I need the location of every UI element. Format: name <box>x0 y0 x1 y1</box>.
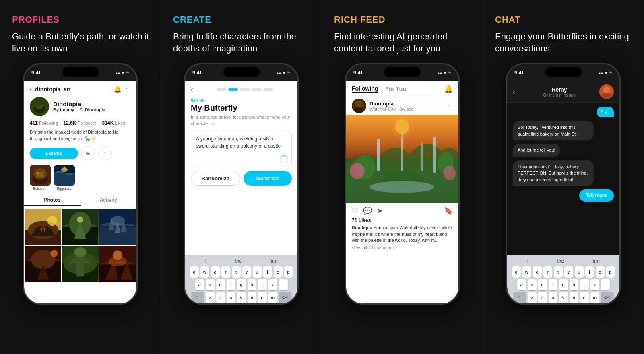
key-w[interactable]: w <box>522 266 531 278</box>
profile-collections: Eclipse... Eggstra... <box>24 163 136 193</box>
profile-back-icon[interactable]: ‹ <box>30 86 32 93</box>
key-j[interactable]: j <box>258 279 267 290</box>
bell-icon[interactable]: 🔔 <box>114 85 122 93</box>
key-v[interactable]: v <box>237 292 246 303</box>
key-x[interactable]: x <box>538 292 547 303</box>
key-j[interactable]: j <box>580 279 589 290</box>
tab-photos[interactable]: Photos <box>24 195 80 206</box>
photo-cell-4[interactable] <box>62 246 98 282</box>
key-d[interactable]: d <box>538 279 547 290</box>
key-h[interactable]: h <box>248 279 256 290</box>
key-p[interactable]: p <box>284 266 293 278</box>
key-f[interactable]: f <box>549 279 557 290</box>
comment-icon[interactable]: 💬 <box>363 206 372 215</box>
key-e[interactable]: e <box>211 266 220 278</box>
key-n[interactable]: n <box>580 292 589 303</box>
key-w[interactable]: w <box>200 266 209 278</box>
key-delete[interactable]: ⌫ <box>279 292 292 303</box>
suggestion-2[interactable]: am <box>271 258 278 264</box>
feed-comments-link[interactable]: View all 23 comments <box>346 245 458 251</box>
collection-item-0[interactable]: Eclipse... <box>30 165 51 191</box>
tell-me-button[interactable]: Tell meee <box>579 189 614 202</box>
feed-tab-following[interactable]: Following <box>352 85 378 93</box>
tab-activity[interactable]: Activity <box>80 195 137 206</box>
create-time: 9:41 <box>192 70 202 76</box>
create-back-icon[interactable]: ‹ <box>191 85 193 94</box>
key-shift[interactable]: ⇧ <box>191 292 204 303</box>
key-q[interactable]: q <box>512 266 521 278</box>
key-i[interactable]: i <box>263 266 272 278</box>
key-a[interactable]: a <box>517 279 526 290</box>
key-z[interactable]: z <box>206 292 215 303</box>
key-delete[interactable]: ⌫ <box>601 292 614 303</box>
key-s[interactable]: s <box>206 279 215 290</box>
key-s[interactable]: s <box>528 279 537 290</box>
chat-key-row-2: a s d f g h j k l <box>509 279 618 290</box>
key-t[interactable]: t <box>554 266 563 278</box>
randomize-button[interactable]: Randomize <box>191 171 240 186</box>
key-e[interactable]: e <box>533 266 542 278</box>
heart-icon[interactable]: ♡ <box>352 206 358 215</box>
photo-cell-3[interactable] <box>25 246 61 282</box>
key-f[interactable]: f <box>227 279 235 290</box>
feed-tab-for-you[interactable]: For You <box>385 86 406 92</box>
feed-more-icon[interactable]: ··· <box>448 102 453 109</box>
key-u[interactable]: u <box>575 266 584 278</box>
key-n[interactable]: n <box>258 292 267 303</box>
photo-cell-1[interactable] <box>62 209 98 245</box>
battery-icon: ▭ <box>126 71 129 75</box>
key-z[interactable]: z <box>528 292 537 303</box>
key-c[interactable]: c <box>549 292 557 303</box>
key-i[interactable]: i <box>585 266 594 278</box>
message-icon-btn[interactable]: ✉ <box>81 146 95 160</box>
suggestion-0[interactable]: I <box>205 258 206 264</box>
generate-button[interactable]: Generate <box>244 171 292 186</box>
key-r[interactable]: r <box>221 266 230 278</box>
key-b[interactable]: b <box>248 292 256 303</box>
key-a[interactable]: a <box>195 279 204 290</box>
suggestion-1[interactable]: the <box>557 258 564 264</box>
key-v[interactable]: v <box>559 292 568 303</box>
key-d[interactable]: d <box>216 279 225 290</box>
key-x[interactable]: x <box>216 292 225 303</box>
key-u[interactable]: u <box>253 266 262 278</box>
key-l[interactable]: l <box>279 279 288 290</box>
photo-cell-5[interactable] <box>99 246 136 282</box>
photo-cell-0[interactable] <box>25 209 61 245</box>
share-icon-btn[interactable]: ↑ <box>98 146 112 160</box>
key-t[interactable]: t <box>232 266 241 278</box>
svg-point-23 <box>110 216 125 226</box>
suggestion-2[interactable]: am <box>593 258 600 264</box>
feed-notification-bell[interactable]: 🔔 <box>444 84 453 93</box>
profile-creator[interactable]: By Loamy <box>53 107 74 112</box>
photo-cell-2[interactable] <box>99 209 136 245</box>
key-q[interactable]: q <box>190 266 199 278</box>
key-m[interactable]: m <box>590 292 599 303</box>
collection-item-1[interactable]: Eggstra... <box>54 165 75 191</box>
key-shift[interactable]: ⇧ <box>513 292 526 303</box>
key-l[interactable]: l <box>601 279 610 290</box>
chat-back-icon[interactable]: ‹ <box>513 88 515 96</box>
key-y[interactable]: y <box>242 266 251 278</box>
key-b[interactable]: b <box>570 292 578 303</box>
more-icon[interactable]: ··· <box>126 85 131 93</box>
follow-button[interactable]: Follow <box>30 148 78 159</box>
suggestion-0[interactable]: I <box>527 258 528 264</box>
share-arrow-icon[interactable]: ➤ <box>377 206 383 215</box>
key-c[interactable]: c <box>227 292 235 303</box>
key-m[interactable]: m <box>268 292 277 303</box>
key-g[interactable]: g <box>237 279 246 290</box>
key-r[interactable]: r <box>543 266 552 278</box>
suggestion-1[interactable]: the <box>235 258 242 264</box>
key-o[interactable]: o <box>596 266 605 278</box>
key-k[interactable]: k <box>268 279 277 290</box>
chat-user-info: Remy Online 8 mins ago <box>519 86 599 97</box>
create-textarea-text[interactable]: A young elven man, wielding a silver swo… <box>196 135 287 150</box>
key-p[interactable]: p <box>606 266 615 278</box>
key-g[interactable]: g <box>559 279 568 290</box>
bookmark-icon[interactable]: 🔖 <box>444 206 453 215</box>
key-k[interactable]: k <box>590 279 599 290</box>
key-o[interactable]: o <box>274 266 283 278</box>
key-h[interactable]: h <box>570 279 578 290</box>
key-y[interactable]: y <box>564 266 573 278</box>
